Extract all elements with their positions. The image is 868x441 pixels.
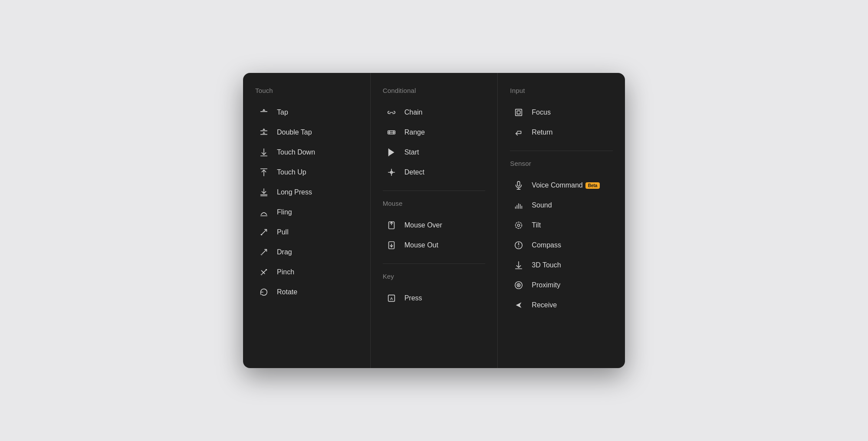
focus-icon bbox=[513, 106, 525, 118]
fling-label: Fling bbox=[277, 208, 292, 216]
focus-item[interactable]: Focus bbox=[510, 103, 613, 122]
conditional-header: Conditional bbox=[383, 87, 486, 94]
pull-item[interactable]: Pull bbox=[255, 223, 358, 242]
pull-icon bbox=[258, 226, 270, 238]
compass-item[interactable]: Compass bbox=[510, 236, 613, 255]
receive-item[interactable]: Receive bbox=[510, 296, 613, 315]
divider-sensor bbox=[510, 151, 613, 151]
detect-label: Detect bbox=[404, 168, 424, 176]
main-panel: Touch Tap Double Tap bbox=[243, 73, 625, 368]
divider-key bbox=[383, 263, 486, 264]
return-icon bbox=[513, 126, 525, 138]
double-tap-icon bbox=[258, 126, 270, 138]
start-item[interactable]: Start bbox=[383, 143, 486, 162]
mouse-out-icon bbox=[385, 239, 398, 251]
svg-line-12 bbox=[262, 230, 266, 234]
voice-command-item[interactable]: Voice CommandBeta bbox=[510, 176, 613, 195]
mouse-over-label: Mouse Over bbox=[404, 221, 442, 229]
svg-line-14 bbox=[262, 250, 266, 254]
sound-label: Sound bbox=[532, 201, 552, 209]
drag-label: Drag bbox=[277, 248, 292, 256]
touch-up-label: Touch Up bbox=[277, 168, 306, 176]
voice-command-label: Voice CommandBeta bbox=[532, 181, 600, 189]
pinch-icon bbox=[258, 266, 270, 278]
touch-down-label: Touch Down bbox=[277, 148, 315, 156]
press-icon: A bbox=[385, 292, 398, 304]
svg-point-50 bbox=[518, 284, 520, 286]
svg-point-17 bbox=[266, 269, 267, 271]
mouse-over-item[interactable]: Mouse Over bbox=[383, 216, 486, 235]
sound-item[interactable]: Sound bbox=[510, 196, 613, 215]
proximity-item[interactable]: Proximity bbox=[510, 276, 613, 295]
proximity-label: Proximity bbox=[532, 281, 560, 289]
voice-command-icon bbox=[513, 179, 525, 191]
input-header: Input bbox=[510, 87, 613, 94]
beta-badge: Beta bbox=[585, 182, 600, 189]
svg-text:A: A bbox=[390, 296, 393, 301]
long-press-item[interactable]: Long Press bbox=[255, 183, 358, 202]
range-icon bbox=[385, 126, 398, 138]
fling-item[interactable]: Fling bbox=[255, 203, 358, 222]
start-label: Start bbox=[404, 148, 419, 156]
svg-rect-34 bbox=[517, 111, 520, 114]
fling-icon bbox=[258, 206, 270, 218]
tilt-icon bbox=[513, 219, 525, 231]
drag-item[interactable]: Drag bbox=[255, 243, 358, 262]
mouse-out-item[interactable]: Mouse Out bbox=[383, 236, 486, 255]
start-icon bbox=[385, 146, 398, 158]
rotate-icon bbox=[258, 286, 270, 298]
return-label: Return bbox=[532, 128, 552, 136]
double-tap-label: Double Tap bbox=[277, 128, 312, 136]
conditional-column: Conditional Chain Range bbox=[371, 73, 498, 368]
svg-rect-33 bbox=[516, 109, 522, 116]
rotate-label: Rotate bbox=[277, 288, 297, 296]
divider-mouse bbox=[383, 191, 486, 191]
touch-up-item[interactable]: Touch Up bbox=[255, 163, 358, 182]
compass-icon bbox=[513, 239, 525, 251]
detect-icon bbox=[385, 166, 398, 178]
3d-touch-label: 3D Touch bbox=[532, 261, 561, 269]
touch-column: Touch Tap Double Tap bbox=[243, 73, 371, 368]
touch-up-icon bbox=[258, 166, 270, 178]
touch-down-icon bbox=[258, 146, 270, 158]
press-label: Press bbox=[404, 294, 422, 302]
detect-item[interactable]: Detect bbox=[383, 163, 486, 182]
focus-label: Focus bbox=[532, 109, 551, 116]
svg-point-44 bbox=[518, 224, 520, 227]
chain-item[interactable]: Chain bbox=[383, 103, 486, 122]
tap-icon bbox=[258, 106, 270, 118]
touch-header: Touch bbox=[255, 87, 358, 94]
mouse-header: Mouse bbox=[383, 200, 486, 207]
receive-label: Receive bbox=[532, 301, 557, 309]
return-item[interactable]: Return bbox=[510, 123, 613, 142]
pinch-label: Pinch bbox=[277, 268, 294, 276]
tap-item[interactable]: Tap bbox=[255, 103, 358, 122]
range-label: Range bbox=[404, 128, 425, 136]
tilt-label: Tilt bbox=[532, 221, 541, 229]
long-press-icon bbox=[258, 186, 270, 198]
compass-label: Compass bbox=[532, 241, 561, 249]
mouse-out-label: Mouse Out bbox=[404, 241, 438, 249]
double-tap-item[interactable]: Double Tap bbox=[255, 123, 358, 142]
pull-label: Pull bbox=[277, 228, 289, 236]
rotate-item[interactable]: Rotate bbox=[255, 283, 358, 302]
3d-touch-item[interactable]: 3D Touch bbox=[510, 256, 613, 275]
sound-icon bbox=[513, 199, 525, 211]
input-sensor-column: Input Focus Return Sensor bbox=[498, 73, 625, 368]
chain-label: Chain bbox=[404, 109, 423, 116]
3d-touch-icon bbox=[513, 259, 525, 271]
sensor-header: Sensor bbox=[510, 160, 613, 167]
mouse-over-icon bbox=[385, 219, 398, 231]
drag-icon bbox=[258, 246, 270, 258]
proximity-icon bbox=[513, 279, 525, 291]
tilt-item[interactable]: Tilt bbox=[510, 216, 613, 235]
svg-point-43 bbox=[516, 222, 522, 229]
long-press-label: Long Press bbox=[277, 188, 312, 196]
tap-label: Tap bbox=[277, 109, 288, 116]
range-item[interactable]: Range bbox=[383, 123, 486, 142]
touch-down-item[interactable]: Touch Down bbox=[255, 143, 358, 162]
pinch-item[interactable]: Pinch bbox=[255, 263, 358, 282]
key-header: Key bbox=[383, 273, 486, 280]
press-item[interactable]: A Press bbox=[383, 289, 486, 308]
receive-icon bbox=[513, 299, 525, 311]
